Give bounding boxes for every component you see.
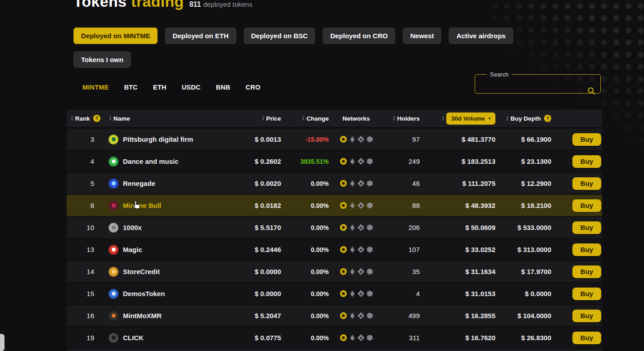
token-name[interactable]: Pittsburgh digital firm <box>123 135 193 143</box>
volume-cell: $ 33.0252 <box>422 246 497 253</box>
buy-button[interactable]: Buy <box>572 133 601 146</box>
token-avatar-core <box>112 248 116 252</box>
token-name[interactable]: Magic <box>123 246 142 253</box>
search-input[interactable] <box>481 79 581 89</box>
column-header-price[interactable]: ▴▾ Price <box>229 115 283 122</box>
help-icon[interactable]: ? <box>544 115 551 122</box>
filter-buttons: Deployed on MINTMEDeployed on ETHDeploye… <box>73 27 513 68</box>
table-row[interactable]: 8 Mintme Bull $ 0.0182 0.00% 88 $ 48.393… <box>67 195 602 217</box>
table-row[interactable]: 19 CLICK $ 0.0775 0.00% 311 $ 16.7620 $ … <box>67 327 602 349</box>
sort-icon[interactable]: ▴▾ <box>303 116 304 121</box>
table-row[interactable]: 10 1000x $ 5.5170 0.00% 206 $ 50.0609 $ … <box>67 217 602 239</box>
price-cell: $ 0.0020 <box>229 180 283 187</box>
eth-network-icon <box>350 247 355 253</box>
market-tab-mintme[interactable]: MINTME <box>82 84 109 91</box>
rank-cell: 3 <box>67 135 100 143</box>
token-avatar-core <box>112 159 116 163</box>
networks-cell <box>331 180 382 187</box>
market-tab-btc[interactable]: BTC <box>124 84 137 91</box>
eth-network-icon <box>350 291 355 297</box>
column-label-price: Price <box>266 115 281 122</box>
cro-network-icon <box>367 136 373 143</box>
token-name[interactable]: CLICK <box>123 334 144 342</box>
filter-button[interactable]: Newest <box>403 27 442 44</box>
change-cell: 0.00% <box>283 246 331 253</box>
filter-button[interactable]: Active airdrops <box>449 27 513 44</box>
table-row[interactable]: 4 Dance and music $ 0.2602 3935.51% 249 … <box>67 151 602 173</box>
token-name[interactable]: Dance and music <box>123 158 178 165</box>
eth-network-icon <box>350 180 355 187</box>
market-tab-usdc[interactable]: USDC <box>181 84 200 91</box>
scroll-indicator[interactable] <box>0 334 5 351</box>
buy-cell: Buy <box>553 133 602 146</box>
market-tab-eth[interactable]: ETH <box>153 84 167 91</box>
table-row[interactable]: 14 StoreCredit $ 0.0000 0.00% 35 $ 31.16… <box>67 261 602 283</box>
sort-icon[interactable]: ▴▾ <box>71 116 73 121</box>
filter-button[interactable]: Tokens I own <box>73 51 131 68</box>
table-row[interactable]: 5 Renegade $ 0.0020 0.00% 46 $ 111.2075 … <box>67 173 602 195</box>
name-cell: StoreCredit <box>100 267 229 277</box>
holders-cell: 88 <box>382 202 422 209</box>
token-name[interactable]: DemosToken <box>123 290 165 297</box>
token-name[interactable]: 1000x <box>123 224 142 231</box>
buy-button[interactable]: Buy <box>572 221 601 234</box>
buy-button[interactable]: Buy <box>572 177 601 190</box>
volume-period-button[interactable]: 30d Volume ▾ <box>446 112 495 125</box>
filter-button[interactable]: Deployed on BSC <box>244 27 316 44</box>
table-row[interactable]: 15 DemosToken $ 0.0000 0.00% 4 $ 31.0153… <box>67 283 602 305</box>
tokens-trading-page: Tokens trading 811deployed tokens Deploy… <box>0 0 644 351</box>
filter-button[interactable]: Deployed on CRO <box>322 27 395 44</box>
bsc-network-icon <box>357 202 364 209</box>
buy-button[interactable]: Buy <box>572 199 601 212</box>
price-cell: $ 0.2602 <box>229 158 283 165</box>
holders-cell: 97 <box>382 135 422 143</box>
token-name[interactable]: StoreCredit <box>123 268 160 275</box>
name-cell: Renegade <box>100 179 229 189</box>
column-header-holders[interactable]: ▴▾ Holders <box>382 115 422 122</box>
buy-button[interactable]: Buy <box>572 288 601 300</box>
buy-button[interactable]: Buy <box>572 310 601 322</box>
networks-cell <box>331 268 382 275</box>
name-cell: CLICK <box>100 333 229 343</box>
holders-cell: 107 <box>382 246 422 253</box>
help-icon[interactable]: ? <box>93 115 100 122</box>
token-name[interactable]: MintMoXMR <box>123 312 162 320</box>
table-row[interactable]: 16 MintMoXMR $ 5.2047 0.00% 499 $ 16.285… <box>67 305 602 327</box>
market-tab-bnb[interactable]: BNB <box>216 84 230 91</box>
cro-network-icon <box>367 202 373 209</box>
change-cell: 0.00% <box>283 268 331 275</box>
sort-icon[interactable]: ▴▾ <box>393 116 395 121</box>
sort-icon[interactable]: ▴▾ <box>507 116 508 121</box>
column-header-rank[interactable]: ▴▾ Rank ? <box>67 115 100 122</box>
token-name[interactable]: Mintme Bull <box>123 202 161 209</box>
column-header-name[interactable]: ▴▾ Name <box>100 115 229 122</box>
buy-cell: Buy <box>553 155 602 168</box>
sort-icon[interactable]: ▴▾ <box>442 116 444 121</box>
column-header-buy-depth[interactable]: ▴▾ Buy Depth ? <box>497 115 553 122</box>
market-tab-cro[interactable]: CRO <box>245 84 260 91</box>
sort-icon[interactable]: ▴▾ <box>109 116 111 121</box>
buy-button[interactable]: Buy <box>572 266 601 278</box>
token-avatar <box>109 267 118 277</box>
eth-network-icon <box>350 225 355 231</box>
table-row[interactable]: 3 Pittsburgh digital firm $ 0.0013 -15.0… <box>67 129 602 151</box>
column-label-buy-depth: Buy Depth <box>511 115 541 122</box>
buy-button[interactable]: Buy <box>572 332 601 344</box>
sort-icon[interactable]: ▴▾ <box>262 116 264 121</box>
mintme-network-icon <box>340 158 347 165</box>
search-icon[interactable] <box>587 87 595 95</box>
cro-network-icon <box>367 180 373 187</box>
token-name[interactable]: Renegade <box>123 180 155 187</box>
change-cell: 0.00% <box>283 312 331 320</box>
filter-button[interactable]: Deployed on ETH <box>165 27 236 44</box>
filter-button[interactable]: Deployed on MINTME <box>73 27 158 44</box>
rank-cell: 13 <box>67 246 100 253</box>
buy-button[interactable]: Buy <box>572 243 601 256</box>
price-cell: $ 5.5170 <box>229 224 283 231</box>
filter-row-1: Deployed on MINTMEDeployed on ETHDeploye… <box>73 27 513 44</box>
column-header-change[interactable]: ▴▾ Change <box>283 115 331 122</box>
buy-button[interactable]: Buy <box>572 155 601 168</box>
networks-cell <box>331 158 382 165</box>
bsc-network-icon <box>357 268 364 275</box>
table-row[interactable]: 13 Magic $ 0.2446 0.00% 107 $ 33.0252 $ … <box>67 239 602 261</box>
